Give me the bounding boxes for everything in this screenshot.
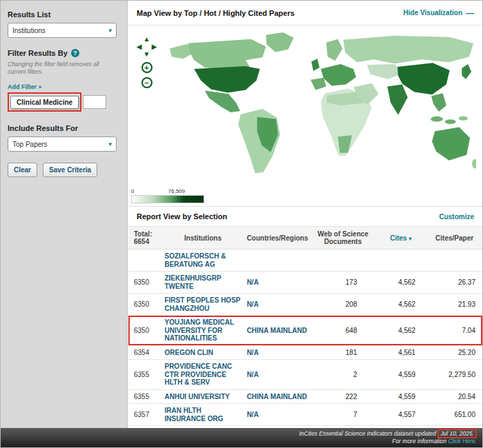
cell-country: N/A (244, 272, 311, 294)
filter-sidebar: Results List Institutions ▾ Filter Resul… (1, 1, 128, 428)
pan-up-icon[interactable]: ▲ (143, 35, 150, 43)
cell-docs (311, 250, 375, 272)
cell-rank: 6355 (128, 360, 161, 390)
column-header-cites-per-paper[interactable]: Cites/Paper (426, 227, 482, 250)
map-color-legend: 0 76,509 (131, 188, 214, 203)
cell-cites: 4,557 (375, 404, 426, 426)
cell-inst[interactable]: ZIEKENHUISGRP TWENTE (161, 272, 244, 294)
cell-cpp: 25.20 (426, 345, 482, 360)
cell-docs: 7 (311, 404, 375, 426)
cell-cpp (426, 250, 482, 272)
cell-cites: 4,559 (375, 360, 426, 390)
cell-cites: 4,562 (375, 272, 426, 294)
cell-cpp: 2,279.50 (426, 360, 482, 390)
table-row[interactable]: 6357IRAN HLTH INSURANCE ORGN/A74,557651.… (128, 404, 482, 426)
clear-button[interactable]: Clear (8, 163, 37, 177)
cell-inst[interactable]: YOUJIANG MEDICAL UNIVERSITY FOR NATIONAL… (161, 316, 244, 346)
filter-results-heading: Filter Results By (8, 49, 68, 57)
cell-inst[interactable]: FIRST PEOPLES HOSP CHANGZHOU (161, 294, 244, 316)
cell-country: N/A (244, 294, 311, 316)
column-header-countries[interactable]: Countries/Regions (244, 227, 311, 250)
cell-country (244, 250, 311, 272)
table-row[interactable]: 6354OREGON CLINN/A1814,56125.20 (128, 345, 482, 360)
cell-rank: 6355 (128, 389, 161, 404)
cell-docs: 222 (311, 389, 375, 404)
report-table-body: SOZIALFORSCH & BERATUNG AG6350ZIEKENHUIS… (128, 250, 482, 429)
dataset-footer: InCites Essential Science Indicators dat… (1, 428, 482, 447)
table-row[interactable]: 6350YOUJIANG MEDICAL UNIVERSITY FOR NATI… (128, 316, 482, 346)
annotation-box-filter: Clinical Medicine (8, 92, 81, 112)
click-here-link[interactable]: Click Here. (448, 438, 477, 445)
include-results-selected-value: Top Papers (12, 141, 48, 148)
minimize-icon: — (466, 8, 474, 18)
zoom-in-button[interactable]: + (141, 62, 152, 73)
cell-inst[interactable]: ANHUI UNIVERSITY (161, 389, 244, 404)
main-content: Map View by Top / Hot / Highly Cited Pap… (128, 1, 482, 428)
zoom-out-button[interactable]: − (141, 77, 152, 88)
dataset-updated-text: InCites Essential Science Indicators dat… (299, 430, 438, 437)
cell-inst[interactable]: IRAN HLTH INSURANCE ORG (161, 404, 244, 426)
column-header-institutions[interactable]: Institutions (161, 227, 244, 250)
save-criteria-button[interactable]: Save Criteria (43, 163, 97, 177)
results-table: Total: 6654 Institutions Countries/Regio… (128, 227, 482, 428)
cell-cites: 4,562 (375, 316, 426, 346)
cell-country: CHINA MAINLAND (244, 389, 311, 404)
chevron-down-icon: ▾ (108, 141, 112, 147)
annotation-box-date: Jul 10, 2025. (437, 429, 477, 438)
column-header-documents[interactable]: Web of Science Documents (311, 227, 375, 250)
map-view-title: Map View by Top / Hot / Highly Cited Pap… (137, 9, 295, 17)
cell-country: N/A (244, 345, 311, 360)
pan-down-icon[interactable]: ▼ (143, 50, 150, 58)
cell-docs: 173 (311, 272, 375, 294)
cell-rank: 6354 (128, 345, 161, 360)
cell-rank (128, 250, 161, 272)
esi-application-window: Results List Institutions ▾ Filter Resul… (0, 0, 483, 448)
pan-right-icon[interactable]: ▶ (150, 43, 158, 50)
pan-left-icon[interactable]: ◀ (135, 43, 143, 50)
world-map-panel: ▲ ◀ ▶ ▼ + − (128, 26, 482, 206)
active-filter-chip[interactable]: Clinical Medicine (10, 96, 79, 109)
chevron-down-icon: ▾ (108, 27, 112, 34)
filter-note-text: Changing the filter field removes all cu… (8, 61, 111, 75)
cell-rank: 6350 (128, 294, 161, 316)
table-row[interactable]: 6350FIRST PEOPLES HOSP CHANGZHOUN/A2084,… (128, 294, 482, 316)
cell-country: N/A (244, 360, 311, 390)
map-pan-control[interactable]: ▲ ◀ ▶ ▼ (135, 35, 158, 58)
legend-gradient-bar (131, 195, 204, 203)
column-header-cites-sorted[interactable]: Cites ▾ (375, 227, 426, 250)
report-view-title: Report View by Selection (137, 212, 227, 221)
cell-inst[interactable]: OREGON CLIN (161, 345, 244, 360)
sort-descending-icon: ▾ (408, 236, 411, 242)
include-results-select[interactable]: Top Papers ▾ (8, 136, 117, 152)
choropleth-world-map[interactable] (164, 30, 476, 185)
cell-docs: 208 (311, 294, 375, 316)
column-header-total: Total: 6654 (128, 227, 161, 250)
cell-inst[interactable]: SOZIALFORSCH & BERATUNG AG (161, 250, 244, 272)
table-row[interactable]: 6350ZIEKENHUISGRP TWENTEN/A1734,56226.37 (128, 272, 482, 294)
cell-docs: 2 (311, 360, 375, 390)
customize-link[interactable]: Customize (439, 213, 474, 221)
cell-inst[interactable]: PROVIDENCE CANC CTR PROVIDENCE HLTH & SE… (161, 360, 244, 390)
results-list-select[interactable]: Institutions ▾ (8, 23, 117, 38)
cell-cpp: 651.00 (426, 404, 482, 426)
cell-cites: 4,559 (375, 389, 426, 404)
help-icon[interactable]: ? (71, 49, 79, 57)
table-row[interactable]: 6355PROVIDENCE CANC CTR PROVIDENCE HLTH … (128, 360, 482, 390)
cell-rank: 6350 (128, 272, 161, 294)
legend-max-value: 76,509 (168, 188, 185, 194)
cell-country: N/A (244, 404, 311, 426)
table-row[interactable]: 6355ANHUI UNIVERSITYCHINA MAINLAND2224,5… (128, 389, 482, 404)
results-list-heading: Results List (8, 10, 120, 19)
table-row[interactable]: SOZIALFORSCH & BERATUNG AG (128, 250, 482, 272)
cell-cpp: 26.37 (426, 272, 482, 294)
more-info-text: For more information (392, 438, 448, 445)
cell-country: CHINA MAINLAND (244, 316, 311, 346)
results-list-selected-value: Institutions (12, 27, 46, 34)
filter-input[interactable] (83, 95, 106, 109)
add-filter-link[interactable]: Add Filter » (8, 83, 42, 90)
cell-docs: 648 (311, 316, 375, 346)
cell-cites: 4,562 (375, 294, 426, 316)
cell-docs: 181 (311, 345, 375, 360)
hide-visualization-link[interactable]: Hide Visualization — (404, 8, 474, 18)
cell-cites: 4,561 (375, 345, 426, 360)
